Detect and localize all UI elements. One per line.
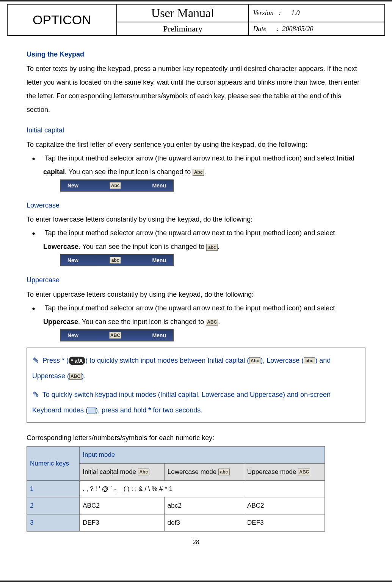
page-border	[0, 0, 392, 582]
